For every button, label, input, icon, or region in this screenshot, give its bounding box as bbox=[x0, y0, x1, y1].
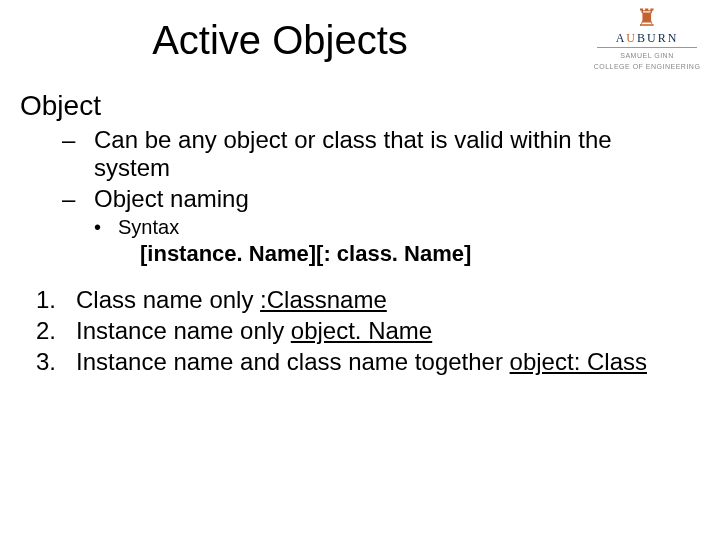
logo-subline-1: SAMUEL GINN bbox=[592, 52, 702, 59]
slide-body: Object Can be any object or class that i… bbox=[20, 90, 690, 379]
list-item: Syntax bbox=[82, 215, 690, 239]
dash-list: Can be any object or class that is valid… bbox=[46, 126, 690, 239]
item-number: 1. bbox=[36, 285, 56, 314]
slide-title: Active Objects bbox=[0, 18, 560, 63]
list-item: 3. Instance name and class name together… bbox=[28, 347, 690, 376]
item-prefix: Class name only bbox=[76, 286, 260, 313]
list-item: Can be any object or class that is valid… bbox=[46, 126, 690, 183]
item-number: 3. bbox=[36, 347, 56, 376]
auburn-logo: ♜ AUBURN SAMUEL GINN COLLEGE OF ENGINEER… bbox=[592, 6, 702, 70]
list-item: 1. Class name only :Classname bbox=[28, 285, 690, 314]
list-item: 2. Instance name only object. Name bbox=[28, 316, 690, 345]
dot-list: Syntax bbox=[82, 215, 690, 239]
item-number: 2. bbox=[36, 316, 56, 345]
item-underline: object: Class bbox=[510, 348, 647, 375]
item-underline: object. Name bbox=[291, 317, 432, 344]
item-prefix: Instance name only bbox=[76, 317, 291, 344]
list-item: Object naming bbox=[46, 185, 690, 213]
logo-subline-2: COLLEGE OF ENGINEERING bbox=[592, 63, 702, 70]
numbered-list: 1. Class name only :Classname 2. Instanc… bbox=[28, 285, 690, 377]
slide: Active Objects ♜ AUBURN SAMUEL GINN COLL… bbox=[0, 0, 720, 540]
item-underline: :Classname bbox=[260, 286, 387, 313]
syntax-pattern: [instance. Name][: class. Name] bbox=[140, 241, 690, 267]
item-prefix: Instance name and class name together bbox=[76, 348, 510, 375]
logo-mark-icon: ♜ bbox=[592, 6, 702, 30]
logo-wordmark: AUBURN bbox=[592, 32, 702, 44]
section-heading: Object bbox=[20, 90, 690, 122]
